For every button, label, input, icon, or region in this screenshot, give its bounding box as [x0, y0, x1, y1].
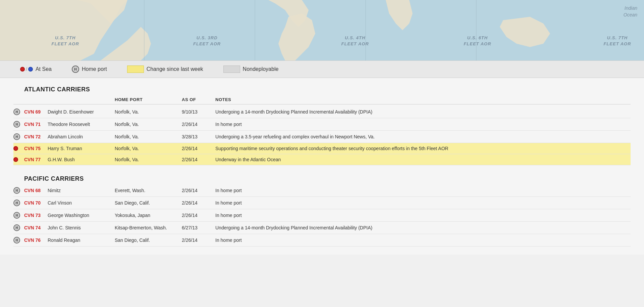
- ship-name: Ronald Reagan: [48, 237, 115, 243]
- as-of-date: 2/26/14: [182, 213, 215, 218]
- fleet-label-1: U.S. 7THFLEET AOR: [52, 35, 79, 47]
- indian-ocean-label: Indian Ocean: [624, 5, 637, 18]
- fleet-label-5: U.S. 7THFLEET AOR: [603, 35, 631, 47]
- row-icon-cell: [13, 146, 24, 151]
- home-port-value: Norfolk, Va.: [115, 109, 182, 115]
- header-icon-col: [13, 97, 24, 102]
- table-row: HCVN 68NimitzEverett, Wash.2/26/14In hom…: [13, 184, 631, 197]
- home-port-value: Norfolk, Va.: [115, 122, 182, 127]
- as-of-date: 2/26/14: [182, 200, 215, 206]
- home-icon: H: [13, 237, 20, 244]
- as-of-date: 6/27/13: [182, 225, 215, 230]
- notes-text: Undergoing a 14-month Drydocking Planned…: [215, 225, 631, 230]
- as-of-date: 3/28/13: [182, 134, 215, 139]
- map-section: Indian Ocean U.S. 7THFLEET AOR U.S. 3RDF…: [0, 0, 644, 60]
- table-row: CVN 75Harry S. TrumanNorfolk, Va.2/26/14…: [13, 143, 631, 154]
- cvn-number: CVN 70: [24, 200, 48, 206]
- notes-text: In home port: [215, 122, 631, 127]
- at-sea-icons: /: [20, 67, 33, 72]
- as-of-date: 2/26/14: [182, 188, 215, 193]
- table-row: HCVN 70Carl VinsonSan Diego, Calif.2/26/…: [13, 197, 631, 209]
- notes-text: Supporting maritime security operations …: [215, 146, 631, 151]
- nondeployable-label: Nondeployable: [243, 66, 279, 72]
- fleet-label-3: U.S. 4THFLEET AOR: [341, 35, 369, 47]
- table-row: HCVN 76Ronald ReaganSan Diego, Calif.2/2…: [13, 234, 631, 247]
- ship-name: George Washington: [48, 213, 115, 218]
- home-port-value: Norfolk, Va.: [115, 134, 182, 139]
- fleet-label-4: U.S. 6THFLEET AOR: [464, 35, 491, 47]
- ship-name: Nimitz: [48, 188, 115, 193]
- header-asof-col: AS OF: [182, 97, 215, 102]
- header-name-col: [48, 97, 115, 102]
- cvn-number: CVN 73: [24, 213, 48, 218]
- ship-name: G.H.W. Bush: [48, 157, 115, 162]
- row-icon-cell: H: [13, 108, 24, 115]
- notes-text: In home port: [215, 213, 631, 218]
- row-icon-cell: H: [13, 237, 24, 244]
- sea-icon: [13, 146, 18, 151]
- notes-text: Undergoing a 3.5-year refueling and comp…: [215, 134, 631, 139]
- pacific-rows: HCVN 68NimitzEverett, Wash.2/26/14In hom…: [13, 184, 631, 247]
- main-content: ATLANTIC CARRIERS HOME PORT AS OF NOTES …: [0, 78, 644, 255]
- ship-name: Carl Vinson: [48, 200, 115, 206]
- change-box-icon: [127, 65, 144, 73]
- blue-dot-icon: [28, 67, 33, 72]
- change-label: Change since last week: [147, 66, 203, 72]
- ship-name: Dwight D. Eisenhower: [48, 109, 115, 115]
- red-dot-icon: [20, 67, 25, 72]
- table-row: HCVN 71Theodore RooseveltNorfolk, Va.2/2…: [13, 118, 631, 131]
- cvn-number: CVN 75: [24, 146, 48, 151]
- home-port-value: Yokosuka, Japan: [115, 213, 182, 218]
- cvn-number: CVN 71: [24, 122, 48, 127]
- row-icon-cell: H: [13, 121, 24, 128]
- pacific-section-title: PACIFIC CARRIERS: [13, 175, 631, 182]
- atlantic-rows: HCVN 69Dwight D. EisenhowerNorfolk, Va.9…: [13, 106, 631, 165]
- ship-name: John C. Stennis: [48, 225, 115, 230]
- legend-change: Change since last week: [127, 65, 203, 73]
- cvn-number: CVN 72: [24, 134, 48, 139]
- legend-bar: / At Sea H Home port Change since last w…: [0, 60, 644, 78]
- map-background: [0, 0, 644, 60]
- notes-text: Undergoing a 14-month Drydocking Planned…: [215, 109, 631, 115]
- as-of-date: 2/26/14: [182, 237, 215, 243]
- row-icon-cell: H: [13, 200, 24, 206]
- cvn-number: CVN 74: [24, 225, 48, 230]
- table-row: HCVN 69Dwight D. EisenhowerNorfolk, Va.9…: [13, 106, 631, 118]
- row-icon-cell: H: [13, 187, 24, 194]
- home-icon: H: [13, 224, 20, 231]
- nondeployable-box-icon: [223, 65, 240, 73]
- home-port-value: Kitsap-Bremerton, Wash.: [115, 225, 182, 230]
- table-row: HCVN 73George WashingtonYokosuka, Japan2…: [13, 209, 631, 222]
- header-homeport-col: HOME PORT: [115, 97, 182, 102]
- home-icon: H: [13, 133, 20, 140]
- slash-separator: /: [26, 67, 27, 72]
- home-port-value: Norfolk, Va.: [115, 146, 182, 151]
- atlantic-section-title: ATLANTIC CARRIERS: [13, 86, 631, 93]
- as-of-date: 2/26/14: [182, 157, 215, 162]
- home-port-value: Everett, Wash.: [115, 188, 182, 193]
- cvn-number: CVN 76: [24, 237, 48, 243]
- header-notes-col: NOTES: [215, 97, 631, 102]
- home-icon: H: [13, 187, 20, 194]
- at-sea-label: At Sea: [36, 66, 52, 72]
- row-icon-cell: H: [13, 224, 24, 231]
- home-port-label: Home port: [82, 66, 107, 72]
- header-cvn-col: [24, 97, 48, 102]
- home-port-value: San Diego, Calif.: [115, 200, 182, 206]
- home-icon: H: [13, 212, 20, 219]
- home-port-value: San Diego, Calif.: [115, 237, 182, 243]
- home-port-value: Norfolk, Va.: [115, 157, 182, 162]
- legend-at-sea: / At Sea: [20, 66, 52, 72]
- atlantic-table-header: HOME PORT AS OF NOTES: [13, 95, 631, 104]
- ship-name: Harry S. Truman: [48, 146, 115, 151]
- table-row: HCVN 72Abraham LincolnNorfolk, Va.3/28/1…: [13, 131, 631, 143]
- home-icon: H: [13, 200, 20, 206]
- notes-text: In home port: [215, 188, 631, 193]
- table-row: CVN 77G.H.W. BushNorfolk, Va.2/26/14Unde…: [13, 154, 631, 165]
- table-row: HCVN 74John C. StennisKitsap-Bremerton, …: [13, 222, 631, 234]
- row-icon-cell: H: [13, 212, 24, 219]
- row-icon-cell: H: [13, 133, 24, 140]
- home-icon: H: [13, 108, 20, 115]
- home-icon: H: [13, 121, 20, 128]
- cvn-number: CVN 68: [24, 188, 48, 193]
